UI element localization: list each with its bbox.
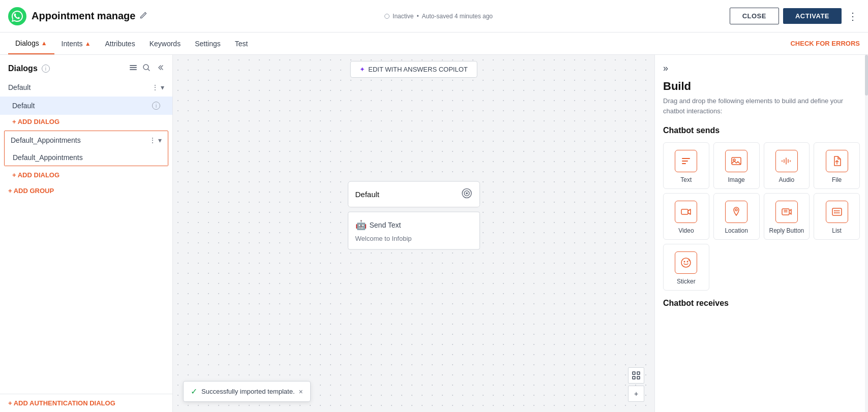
svg-rect-8 bbox=[633, 372, 635, 374]
build-item-location[interactable]: Location bbox=[713, 193, 760, 240]
svg-rect-20 bbox=[832, 208, 842, 215]
dialog-default-name: Default bbox=[12, 102, 152, 110]
panel-title: Build bbox=[663, 80, 860, 93]
group-default-actions: ⋮ ▾ bbox=[152, 83, 164, 91]
build-item-reply-button[interactable]: Reply Button bbox=[764, 193, 810, 240]
audio-item-icon bbox=[775, 150, 798, 172]
reply-button-item-icon bbox=[775, 201, 798, 223]
panel-description: Drag and drop the following elements to … bbox=[663, 96, 860, 116]
build-item-sticker[interactable]: Sticker bbox=[663, 244, 709, 291]
group-appointments-expand-icon[interactable]: ▾ bbox=[158, 136, 162, 144]
copilot-button[interactable]: ✦ EDIT WITH ANSWERS COPILOT bbox=[350, 61, 477, 78]
dialog-default[interactable]: Default i bbox=[0, 97, 172, 115]
build-item-audio[interactable]: Audio bbox=[764, 142, 810, 189]
edit-icon[interactable] bbox=[139, 11, 147, 21]
chatbot-receives-title: Chatbot receives bbox=[663, 299, 860, 308]
svg-point-23 bbox=[681, 258, 691, 267]
message-block-header: 🤖 Send Text bbox=[355, 219, 472, 231]
video-item-label: Video bbox=[678, 227, 694, 234]
svg-rect-14 bbox=[682, 163, 686, 164]
text-item-label: Text bbox=[680, 176, 692, 183]
dialog-default-info-icon: i bbox=[152, 102, 160, 110]
svg-point-18 bbox=[735, 209, 737, 211]
toast-notification: ✓ Successfully imported template. × bbox=[183, 381, 311, 402]
svg-rect-1 bbox=[130, 65, 137, 66]
svg-rect-12 bbox=[682, 158, 690, 159]
header-actions: CLOSE ACTIVATE ⋮ bbox=[730, 8, 860, 24]
group-default-expand-icon[interactable]: ▾ bbox=[161, 83, 164, 91]
tabs-bar: Dialogs ▲ Intents ▲ Attributes Keywords … bbox=[0, 33, 868, 55]
svg-rect-2 bbox=[130, 67, 137, 68]
tab-intents-error-icon: ▲ bbox=[85, 40, 91, 47]
tab-dialogs-error-icon: ▲ bbox=[41, 40, 47, 47]
image-item-icon bbox=[725, 150, 747, 172]
scrollbar-thumb[interactable] bbox=[865, 55, 868, 96]
chatbot-sends-title: Chatbot sends bbox=[663, 126, 860, 135]
build-item-video[interactable]: Video bbox=[663, 193, 709, 240]
sidebar-tools bbox=[129, 63, 164, 74]
message-block-title: Send Text bbox=[370, 221, 401, 229]
tab-dialogs[interactable]: Dialogs ▲ bbox=[8, 33, 54, 54]
more-options-button[interactable]: ⋮ bbox=[846, 8, 860, 24]
whatsapp-logo bbox=[8, 7, 26, 25]
sticker-item-icon bbox=[675, 251, 697, 274]
audio-item-label: Audio bbox=[779, 176, 795, 183]
main-layout: Dialogs i Default ⋮ ▾ bbox=[0, 55, 868, 412]
canvas: ✦ EDIT WITH ANSWERS COPILOT Default 🤖 Se… bbox=[173, 55, 654, 412]
group-appointments-more-icon[interactable]: ⋮ bbox=[149, 136, 156, 144]
add-dialog-btn-2[interactable]: + ADD DIALOG bbox=[0, 168, 172, 182]
dialog-default-card: Default bbox=[348, 181, 480, 208]
group-default-name: Default bbox=[8, 83, 31, 91]
svg-rect-9 bbox=[637, 372, 640, 374]
build-item-text[interactable]: Text bbox=[663, 142, 709, 189]
group-default: Default ⋮ ▾ Default i + ADD DIALOG bbox=[0, 78, 172, 129]
dialog-appointments[interactable]: Default_Appointments bbox=[5, 149, 168, 166]
tab-attributes[interactable]: Attributes bbox=[98, 34, 142, 54]
status-indicator bbox=[384, 14, 390, 19]
svg-rect-10 bbox=[633, 376, 635, 379]
group-appointments-name: Default_Appointments bbox=[11, 136, 81, 144]
message-block: 🤖 Send Text Welcome to Infobip bbox=[348, 212, 480, 250]
toast-close-button[interactable]: × bbox=[299, 388, 303, 396]
tab-keywords[interactable]: Keywords bbox=[142, 34, 188, 54]
canvas-toolbar: ✦ EDIT WITH ANSWERS COPILOT bbox=[350, 61, 477, 78]
build-item-image[interactable]: Image bbox=[713, 142, 760, 189]
build-item-list[interactable]: List bbox=[814, 193, 860, 240]
group-default-more-icon[interactable]: ⋮ bbox=[152, 83, 159, 91]
tab-settings[interactable]: Settings bbox=[188, 34, 228, 54]
list-item-label: List bbox=[832, 227, 842, 234]
check-errors-link[interactable]: CHECK FOR ERRORS bbox=[790, 40, 860, 47]
text-item-icon bbox=[675, 150, 697, 172]
sticker-item-label: Sticker bbox=[677, 278, 696, 285]
group-default-header: Default ⋮ ▾ bbox=[0, 78, 172, 97]
toast-success-icon: ✓ bbox=[191, 387, 197, 396]
location-item-icon bbox=[725, 201, 747, 223]
panel-expand-icon[interactable]: » bbox=[663, 63, 668, 74]
activate-button[interactable]: ACTIVATE bbox=[783, 8, 842, 24]
svg-point-21 bbox=[834, 210, 835, 211]
info-icon: i bbox=[42, 65, 50, 73]
robot-icon: 🤖 bbox=[355, 219, 367, 231]
svg-rect-11 bbox=[637, 376, 640, 379]
fit-canvas-button[interactable] bbox=[628, 367, 644, 384]
sidebar-collapse-icon[interactable] bbox=[155, 63, 164, 74]
sidebar-header: Dialogs i bbox=[0, 55, 172, 78]
reply-button-item-label: Reply Button bbox=[769, 227, 804, 234]
tab-intents[interactable]: Intents ▲ bbox=[54, 34, 98, 54]
toast-message: Successfully imported template. bbox=[201, 388, 295, 395]
header: Appointment manage Inactive • Auto-saved… bbox=[0, 0, 868, 33]
close-button[interactable]: CLOSE bbox=[730, 8, 779, 24]
dialog-card-title: Default bbox=[355, 190, 380, 199]
tab-test[interactable]: Test bbox=[228, 34, 255, 54]
svg-point-25 bbox=[687, 261, 689, 263]
build-item-file[interactable]: File bbox=[814, 142, 860, 189]
sidebar-search-icon[interactable] bbox=[142, 63, 151, 74]
app-title: Appointment manage bbox=[32, 10, 135, 22]
scrollbar-track bbox=[865, 55, 868, 412]
zoom-in-button[interactable]: + bbox=[628, 386, 644, 402]
add-group-btn[interactable]: + ADD GROUP bbox=[0, 184, 172, 198]
add-auth-dialog-btn[interactable]: + ADD AUTHENTICATION DIALOG bbox=[0, 394, 172, 412]
sidebar-list-icon[interactable] bbox=[129, 63, 138, 74]
add-dialog-btn-1[interactable]: + ADD DIALOG bbox=[0, 115, 172, 129]
svg-point-22 bbox=[834, 212, 835, 213]
